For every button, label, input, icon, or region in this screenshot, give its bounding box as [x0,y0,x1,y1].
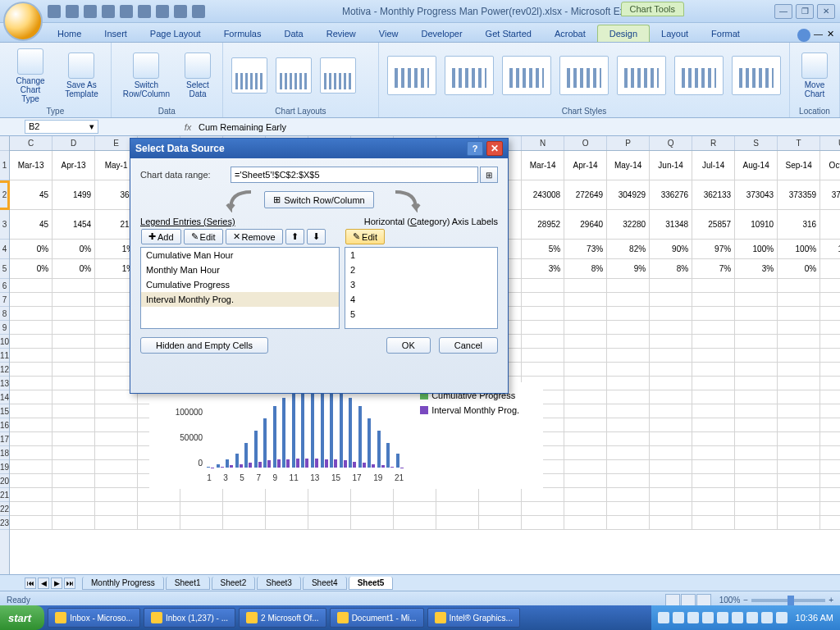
cell[interactable] [778,418,820,431]
row-header[interactable]: 8 [0,307,9,321]
cell[interactable]: 100% [820,240,840,258]
row-header[interactable]: 14 [0,390,9,404]
cell[interactable] [564,432,607,445]
sheet-tab[interactable]: Sheet4 [303,577,347,590]
cell[interactable] [650,349,692,362]
cell[interactable] [820,279,840,292]
column-header[interactable]: S [735,136,778,150]
cell[interactable] [607,404,650,418]
cell[interactable] [436,488,479,501]
cell[interactable] [650,502,692,515]
cell[interactable] [607,293,650,306]
cell[interactable]: 8% [564,259,607,278]
cell[interactable] [10,516,52,529]
cell[interactable] [650,516,692,529]
cell[interactable] [479,502,522,515]
cell[interactable] [778,349,820,362]
cell[interactable] [778,474,820,487]
ok-button[interactable]: OK [386,337,431,354]
cell[interactable]: 0% [52,240,95,258]
tab-home[interactable]: Home [46,25,93,42]
series-list-item[interactable]: Cumulative Man Hour [141,248,339,262]
cell[interactable] [778,377,820,390]
cell[interactable] [52,363,95,376]
tab-review[interactable]: Review [315,25,368,42]
cell[interactable]: 304929 [607,180,650,209]
row-header[interactable]: 11 [0,349,9,363]
tab-acrobat[interactable]: Acrobat [543,25,597,42]
cell[interactable] [52,488,95,501]
cell[interactable] [735,446,778,459]
series-list-item[interactable]: Interval Monthly Prog. [141,292,339,307]
cell[interactable] [52,502,95,515]
cell[interactable] [10,390,52,404]
cell[interactable] [820,432,840,445]
cell[interactable] [735,335,778,348]
cell[interactable]: 362133 [692,180,735,209]
cell[interactable] [778,279,820,292]
redo-icon[interactable] [84,5,97,18]
cell[interactable] [522,349,564,362]
cell[interactable] [692,474,735,487]
sheet-tab[interactable]: Sheet2 [212,577,256,590]
cell[interactable]: 1454 [52,210,95,239]
cell[interactable] [778,390,820,404]
cell[interactable]: Mar-13 [10,151,52,180]
cell[interactable] [607,321,650,334]
column-header[interactable]: Q [650,136,692,150]
cell[interactable] [692,279,735,292]
row-header[interactable]: 17 [0,432,9,446]
column-header[interactable]: U [820,136,840,150]
cell[interactable] [820,446,840,459]
taskbar-item[interactable]: 2 Microsoft Of... [239,608,326,628]
series-listbox[interactable]: Cumulative Man HourMonthly Man HourCumul… [140,247,340,329]
cell[interactable] [692,418,735,431]
qat-item[interactable] [192,5,205,18]
move-chart-button[interactable]: Move Chart [797,51,833,100]
chart-layout-thumb[interactable] [276,57,312,94]
cell[interactable] [10,349,52,362]
row-header[interactable]: 23 [0,516,9,530]
cell[interactable]: 90% [650,240,692,258]
cell[interactable] [650,321,692,334]
cell[interactable] [52,460,95,473]
column-header[interactable]: C [10,136,52,150]
cell[interactable] [735,432,778,445]
cell[interactable]: 373043 [735,180,778,209]
cell[interactable] [522,335,564,348]
cell[interactable]: 100% [735,240,778,258]
cell[interactable] [820,293,840,306]
cell[interactable] [10,279,52,292]
column-header[interactable]: D [52,136,95,150]
move-up-button[interactable]: ⬆ [285,229,304,244]
tray-icon[interactable] [687,612,699,623]
cell[interactable] [692,446,735,459]
cell[interactable] [10,474,52,487]
row-header[interactable]: 1 [0,151,9,180]
select-data-button[interactable]: Select Data [180,51,216,100]
cell[interactable] [778,502,820,515]
cell[interactable] [692,377,735,390]
cell[interactable]: Oct-14 [820,151,840,180]
cell[interactable]: 10910 [735,210,778,239]
cell[interactable] [564,418,607,431]
row-header[interactable]: 9 [0,321,9,335]
cell[interactable] [650,446,692,459]
cell[interactable] [10,446,52,459]
cell[interactable] [820,377,840,390]
cell[interactable] [10,488,52,501]
cell[interactable] [394,502,436,515]
cell[interactable] [607,390,650,404]
cell[interactable] [820,488,840,501]
cell[interactable] [735,418,778,431]
cell[interactable]: Apr-14 [564,151,607,180]
column-header[interactable]: O [564,136,607,150]
cell[interactable] [778,516,820,529]
cell[interactable] [266,488,308,501]
cell[interactable]: 31348 [650,210,692,239]
cell[interactable] [138,516,180,529]
cell[interactable] [820,474,840,487]
row-header[interactable]: 3 [0,210,9,240]
cell[interactable] [607,432,650,445]
cell[interactable] [650,293,692,306]
